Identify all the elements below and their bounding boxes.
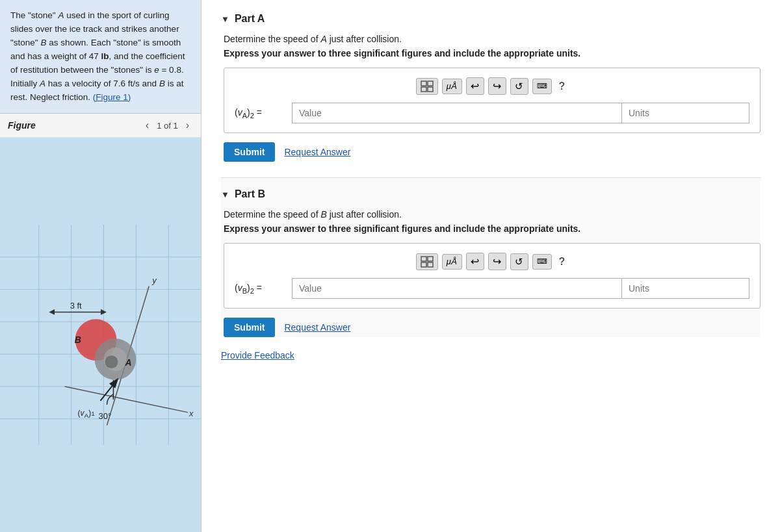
- svg-text:B: B: [75, 335, 81, 346]
- svg-point-22: [105, 356, 118, 369]
- page-indicator: 1 of 1: [157, 121, 178, 131]
- part-b-submit-button[interactable]: Submit: [224, 318, 275, 337]
- part-a-answer-label: (vA)2 =: [235, 107, 287, 120]
- svg-rect-33: [428, 257, 433, 261]
- svg-rect-34: [421, 262, 426, 267]
- problem-text: The "stone" A used in the sport of curli…: [10, 10, 185, 102]
- part-a-toolbar: μÅ ↩ ↪ ↺ ⌨ ?: [235, 77, 749, 95]
- part-b-undo-button[interactable]: ↩: [466, 253, 484, 270]
- prev-figure-button[interactable]: ‹: [142, 119, 153, 132]
- figure-header: Figure ‹ 1 of 1 ›: [0, 114, 201, 138]
- part-b-grid-button[interactable]: [416, 253, 438, 270]
- svg-rect-30: [421, 87, 426, 92]
- part-b-units-input[interactable]: [621, 278, 749, 299]
- part-a-title: Part A: [235, 13, 265, 25]
- part-a-body: Determine the speed of A just after coll…: [221, 34, 760, 162]
- part-b-redo-button[interactable]: ↪: [488, 253, 506, 270]
- part-a-answer-row: (vA)2 =: [235, 103, 749, 123]
- part-a-help-button[interactable]: ?: [556, 79, 569, 94]
- part-b-body: Determine the speed of B just after coll…: [221, 209, 760, 337]
- part-b-mu-button[interactable]: μÅ: [442, 254, 462, 270]
- svg-rect-32: [421, 257, 426, 261]
- part-a-toggle-icon: ▼: [221, 14, 229, 24]
- svg-text:30°: 30°: [99, 411, 112, 421]
- part-b-description: Determine the speed of B just after coll…: [224, 209, 760, 220]
- part-b-instruction: Express your answer to three significant…: [224, 223, 760, 234]
- svg-text:A: A: [124, 358, 131, 368]
- part-b-value-input[interactable]: [292, 278, 621, 299]
- svg-text:x: x: [188, 409, 194, 418]
- part-a-instruction: Express your answer to three significant…: [224, 48, 760, 58]
- problem-text-box: The "stone" A used in the sport of curli…: [0, 0, 201, 114]
- svg-rect-29: [428, 81, 433, 86]
- svg-rect-31: [428, 87, 433, 92]
- part-a-units-input[interactable]: [621, 103, 749, 123]
- left-panel: The "stone" A used in the sport of curli…: [0, 0, 202, 532]
- part-a-value-input[interactable]: [292, 103, 621, 123]
- part-a-section: ▼ Part A Determine the speed of A just a…: [221, 13, 760, 162]
- part-a-submit-button[interactable]: Submit: [224, 142, 275, 162]
- figure-title: Figure: [8, 120, 142, 131]
- part-b-keyboard-button[interactable]: ⌨: [532, 254, 552, 270]
- part-a-refresh-button[interactable]: ↺: [510, 78, 528, 95]
- part-a-description: Determine the speed of A just after coll…: [224, 34, 760, 44]
- part-b-action-row: Submit Request Answer: [224, 318, 760, 337]
- provide-feedback-link[interactable]: Provide Feedback: [221, 350, 294, 361]
- part-a-request-answer-button[interactable]: Request Answer: [284, 147, 350, 157]
- right-panel: ▼ Part A Determine the speed of A just a…: [202, 0, 780, 532]
- part-b-answer-box: μÅ ↩ ↪ ↺ ⌨ ? (vB)2 =: [224, 243, 760, 309]
- svg-rect-28: [421, 81, 426, 86]
- part-a-redo-button[interactable]: ↪: [488, 77, 506, 95]
- figure-section: Figure ‹ 1 of 1 ›: [0, 114, 201, 532]
- part-a-grid-button[interactable]: [416, 78, 438, 95]
- part-b-answer-label: (vB)2 =: [235, 283, 287, 295]
- part-b-refresh-button[interactable]: ↺: [510, 253, 528, 270]
- part-b-header[interactable]: ▼ Part B: [221, 188, 760, 200]
- part-a-mu-button[interactable]: μÅ: [442, 79, 462, 94]
- part-a-header[interactable]: ▼ Part A: [221, 13, 760, 25]
- part-b-request-answer-button[interactable]: Request Answer: [284, 322, 350, 333]
- figure-nav: ‹ 1 of 1 ›: [142, 119, 193, 132]
- part-b-toolbar: μÅ ↩ ↪ ↺ ⌨ ?: [235, 253, 749, 270]
- provide-feedback-section: Provide Feedback: [221, 350, 760, 361]
- svg-text:3 ft: 3 ft: [70, 301, 82, 311]
- next-figure-button[interactable]: ›: [182, 119, 193, 132]
- part-a-undo-button[interactable]: ↩: [466, 77, 484, 95]
- part-b-title: Part B: [235, 188, 265, 200]
- figure-link[interactable]: (Figure 1): [93, 92, 131, 102]
- part-a-keyboard-button[interactable]: ⌨: [532, 79, 552, 94]
- part-a-answer-box: μÅ ↩ ↪ ↺ ⌨ ? (vA)2 =: [224, 68, 760, 133]
- part-b-help-button[interactable]: ?: [556, 255, 569, 269]
- part-b-section: ▼ Part B Determine the speed of B just a…: [221, 177, 760, 337]
- part-a-action-row: Submit Request Answer: [224, 142, 760, 162]
- svg-rect-35: [428, 262, 433, 267]
- part-b-toggle-icon: ▼: [221, 190, 229, 199]
- part-b-answer-row: (vB)2 =: [235, 278, 749, 299]
- figure-canvas: 3 ft: [0, 138, 201, 532]
